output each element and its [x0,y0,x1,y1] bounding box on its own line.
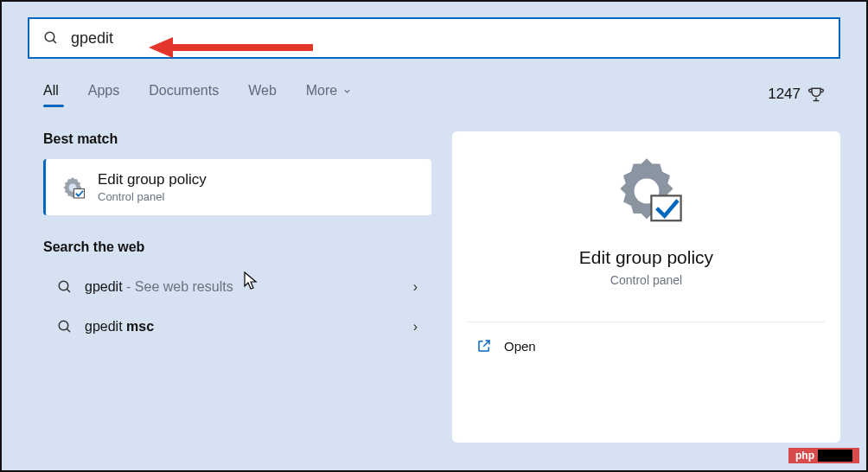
svg-point-0 [45,32,54,41]
rewards-points[interactable]: 1247 [768,86,825,103]
svg-line-5 [67,289,70,292]
chevron-down-icon [342,86,352,96]
svg-line-7 [67,328,70,332]
best-match-result[interactable]: Edit group policy Control panel [43,159,431,215]
search-box[interactable] [28,17,840,59]
tab-documents[interactable]: Documents [149,83,219,105]
search-web-heading: Search the web [43,239,431,255]
search-icon [43,30,59,46]
search-icon [57,319,73,335]
web-result-text: gpedit msc [85,319,401,335]
chevron-right-icon: › [413,279,418,295]
tab-apps[interactable]: Apps [88,83,119,105]
web-result-text: gpedit - See web results [85,279,401,295]
preview-panel: Edit group policy Control panel Open [452,131,840,443]
gear-check-icon [60,175,86,201]
tab-more[interactable]: More [306,83,352,105]
filter-tabs: All Apps Documents Web More 1247 [2,59,866,105]
svg-rect-3 [74,188,85,198]
trophy-icon [807,86,825,103]
gear-check-icon-large [608,152,686,230]
php-badge: php [788,448,859,463]
svg-point-6 [59,321,68,330]
preview-subtitle: Control panel [610,273,682,287]
svg-point-4 [59,281,68,290]
best-match-heading: Best match [43,131,431,147]
open-button[interactable]: Open [452,322,840,369]
open-external-icon [476,338,492,354]
chevron-right-icon: › [413,319,418,335]
search-icon [57,279,73,295]
tab-all[interactable]: All [43,83,59,105]
result-title: Edit group policy [98,171,207,188]
preview-title: Edit group policy [579,247,713,268]
result-subtitle: Control panel [98,190,207,203]
search-input[interactable] [71,29,825,48]
web-result-gpedit-msc[interactable]: gpedit msc › [43,307,431,347]
web-result-gpedit[interactable]: gpedit - See web results › [43,267,431,307]
tab-web[interactable]: Web [248,83,277,105]
svg-line-1 [53,40,56,43]
